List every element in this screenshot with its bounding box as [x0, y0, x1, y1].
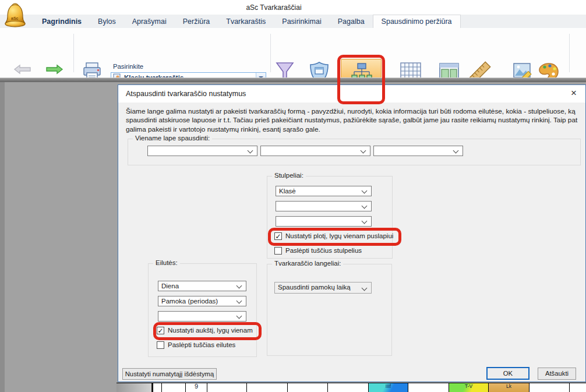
- checkbox-box[interactable]: [274, 247, 282, 255]
- svg-text:aSc: aSc: [11, 16, 19, 20]
- timetable-cell: IIIf: [368, 383, 408, 392]
- timetable-cell: [117, 383, 153, 392]
- tab-bylos[interactable]: Bylos: [90, 15, 124, 29]
- tab-pagrindinis[interactable]: Pagrindinis: [34, 15, 90, 29]
- rows-dropdown-2[interactable]: Pamoka (periodas): [158, 296, 246, 306]
- dialog-titlebar[interactable]: Atspausdinti tvarkaraščio nustatymus ×: [118, 85, 585, 103]
- group-per-page-label: Viename lape spausdinti:: [133, 135, 212, 142]
- checkbox-hide-empty-rows[interactable]: Paslėpti tuščias eilutes: [157, 341, 262, 350]
- window-titlebar: aSc Tvarkaraščiai: [0, 0, 586, 15]
- per-page-dropdown-3[interactable]: [373, 146, 463, 156]
- previous-page-arrow-icon: [13, 63, 33, 78]
- ribbon-separator: [569, 34, 570, 72]
- timetable-cell: [246, 383, 287, 392]
- ribbon-separator: [73, 34, 74, 72]
- checkbox-label: Paslėpti tuščius stulpelius: [285, 247, 362, 254]
- rows-dropdown-1-value: Diena: [161, 282, 179, 289]
- group-rows-label: Eilutės:: [153, 259, 180, 266]
- chevron-down-icon: [362, 188, 368, 194]
- chevron-down-icon: [236, 313, 242, 319]
- group-columns-label: Stulpeliai:: [272, 172, 306, 179]
- timetable-cell: [408, 383, 449, 392]
- tab-apra-ymai[interactable]: Aprašymai: [124, 15, 175, 29]
- print-settings-dialog: Atspausdinti tvarkaraščio nustatymus × Š…: [118, 84, 586, 382]
- timetable-preview-row: 9IIIfT-VLk: [117, 383, 586, 392]
- chevron-down-icon: [236, 298, 242, 304]
- ribbon-toolbar: Ankstesnis puslapis Kitas puslapis Spaus…: [0, 28, 586, 77]
- rows-dropdown-1[interactable]: Diena: [158, 281, 246, 291]
- group-timetable-cells-label: Tvarkaraščio langeliai:: [272, 260, 343, 267]
- app-window: aSc Tvarkaraščiai aSc PagrindinisBylosAp…: [0, 0, 586, 392]
- tab-spausdinimo-per-i-ra[interactable]: Spausdinimo peržiūra: [373, 15, 461, 28]
- dialog-intro-text: Šiame lange galima nustatyti ar pakeisti…: [126, 107, 580, 134]
- ribbon-separator: [270, 34, 271, 72]
- chevron-down-icon: [453, 148, 459, 154]
- tab-tvarkara-tis[interactable]: Tvarkaraštis: [218, 15, 274, 29]
- chevron-down-icon: [362, 218, 368, 224]
- preview-left-edge: [0, 82, 5, 392]
- chevron-down-icon: [362, 285, 368, 291]
- checkbox-set-height[interactable]: ✓ Nustatyti aukštį, lygų vienam: [157, 327, 262, 336]
- tab-per-i-ra[interactable]: Peržiūra: [175, 15, 218, 29]
- checkbox-box[interactable]: [157, 341, 164, 349]
- next-page-arrow-icon: [44, 63, 64, 78]
- checkbox-hide-empty-columns[interactable]: Paslėpti tuščius stulpelius: [274, 247, 391, 256]
- chevron-down-icon: [236, 283, 242, 289]
- columns-dropdown-1[interactable]: Klasė: [276, 186, 372, 196]
- tab-pasirinkimai[interactable]: Pasirinkimai: [274, 15, 329, 29]
- timetable-cell: [327, 383, 368, 392]
- columns-dropdown-3[interactable]: [276, 216, 372, 227]
- checkbox-label: Paslėpti tuščias eilutes: [168, 341, 235, 348]
- cells-dropdown[interactable]: Spausdinti pamokų laiką: [274, 282, 372, 294]
- chevron-down-icon: [362, 203, 368, 209]
- checkbox-label: Nustatyti plotį, lygų vienam puslapiui: [285, 232, 393, 239]
- timetable-cell: [569, 383, 586, 392]
- timetable-cell: 9: [185, 383, 207, 392]
- columns-dropdown-1-value: Klasė: [279, 188, 296, 195]
- select-label: Pasirinkite: [113, 63, 183, 70]
- per-page-dropdown-1[interactable]: [147, 146, 257, 156]
- ribbon-tab-row: PagrindinisBylosAprašymaiPeržiūraTvarkar…: [0, 15, 586, 28]
- timetable-cell: [207, 383, 246, 392]
- default-layout-button[interactable]: Nustatyti numatytąjį išdėstymą: [122, 368, 217, 380]
- timetable-cell: Lk: [488, 383, 529, 392]
- dialog-title: Atspausdinti tvarkaraščio nustatymus: [126, 90, 246, 98]
- timetable-cell: [161, 383, 185, 392]
- group-timetable-cells: Tvarkaraščio langeliai:: [267, 264, 392, 356]
- rows-dropdown-3[interactable]: [158, 311, 246, 322]
- checkbox-box[interactable]: ✓: [157, 327, 164, 334]
- chevron-down-icon: [248, 148, 253, 154]
- ribbon-bottom-edge: [0, 77, 586, 82]
- timetable-cell: T-V: [449, 383, 488, 392]
- asc-bell-logo-icon[interactable]: aSc: [3, 2, 27, 31]
- cells-dropdown-value: Spausdinti pamokų laiką: [278, 284, 351, 291]
- tab-pagalba[interactable]: Pagalba: [330, 15, 373, 29]
- timetable-cell: [529, 383, 569, 392]
- chevron-down-icon: [361, 148, 366, 154]
- rows-dropdown-2-value: Pamoka (periodas): [161, 298, 218, 305]
- per-page-dropdown-2[interactable]: [260, 146, 370, 156]
- checkbox-set-width[interactable]: ✓ Nustatyti plotį, lygų vienam puslapiui: [274, 232, 403, 241]
- checkbox-label: Nustatyti aukštį, lygų vienam: [168, 327, 253, 334]
- dialog-close-icon[interactable]: ×: [568, 87, 580, 99]
- ok-button[interactable]: OK: [486, 367, 529, 380]
- cancel-button[interactable]: Atšaukti: [538, 368, 576, 380]
- checkbox-box[interactable]: ✓: [274, 232, 282, 240]
- timetable-cell: [287, 383, 327, 392]
- timetable-cell: [153, 383, 161, 392]
- columns-dropdown-2[interactable]: [276, 201, 372, 211]
- window-title: aSc Tvarkaraščiai: [0, 3, 548, 12]
